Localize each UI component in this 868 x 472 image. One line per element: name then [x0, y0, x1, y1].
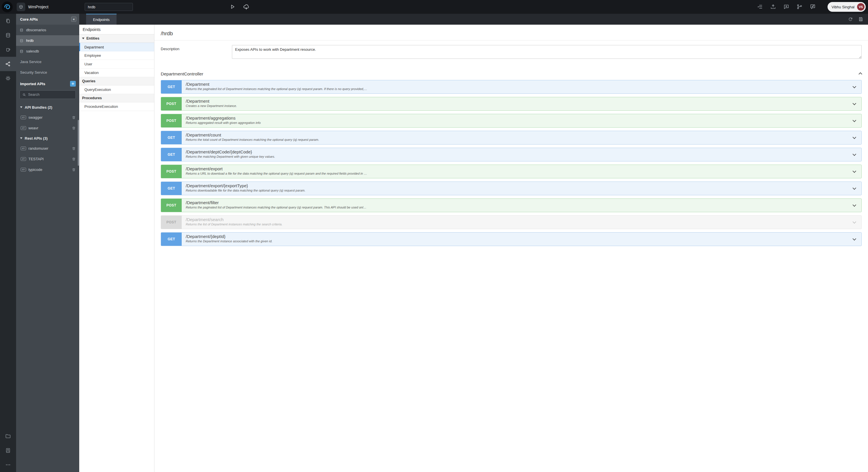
delete-button[interactable]	[72, 168, 76, 172]
method-badge: POST	[161, 199, 182, 212]
api-item-label: randomuser	[28, 146, 69, 150]
cloud-upload-icon	[243, 4, 250, 11]
trash-icon	[72, 168, 76, 172]
gear-icon	[5, 75, 11, 81]
trash-icon	[72, 146, 76, 150]
description-input[interactable]: Exposes APIs to work with Department res…	[232, 45, 450, 59]
endpoint-row-get-count[interactable]: GET /Department/count Returns the total …	[161, 131, 450, 144]
endpoint-row-post-aggregations[interactable]: POST /Department/aggregations Returns ag…	[161, 114, 450, 128]
endpoint-list: GET /Department Returns the paginated li…	[161, 80, 450, 245]
sidebar-search	[20, 90, 76, 99]
controller-header[interactable]: DepartmentController	[161, 71, 450, 76]
method-badge: GET	[161, 148, 182, 161]
api-item-label: TESTAPI	[28, 157, 69, 161]
endpoint-row-get-deptid[interactable]: GET /Department/{deptId} Returns the Dep…	[161, 232, 450, 245]
endpoint-row-post-department[interactable]: POST /Department Creates a new Departmen…	[161, 97, 450, 111]
project-icon[interactable]	[17, 3, 25, 11]
endpoint-body: /Department/aggregations Returns aggrega…	[182, 114, 450, 127]
sidebar-item-java-service[interactable]: Java Service	[16, 57, 79, 67]
rail-java-services-button[interactable]	[0, 42, 16, 57]
sidebar-search-input[interactable]	[28, 93, 73, 97]
endpoint-body: /Department/deptCode/{deptCode} Returns …	[182, 148, 450, 161]
endpoint-body: /Department/{deptId} Returns the Departm…	[182, 233, 450, 245]
description-row: Description Exposes APIs to work with De…	[161, 45, 450, 59]
api-item-label: swagger	[28, 115, 69, 120]
api-item-weavr[interactable]: API weavr	[16, 123, 79, 133]
run-button[interactable]	[229, 4, 236, 11]
tree-item-user[interactable]: User	[79, 60, 154, 69]
endpoint-path: /Department/filter	[186, 200, 450, 205]
endpoint-path: /Department/export	[186, 166, 450, 171]
top-search-input[interactable]	[85, 3, 133, 11]
tree-section-queries[interactable]: Queries	[79, 77, 154, 86]
group-api-bundles[interactable]: API Bundles (2)	[16, 102, 79, 112]
rail-pages-button[interactable]	[0, 14, 16, 28]
endpoint-row-post-filter[interactable]: POST /Department/filter Returns the pagi…	[161, 198, 450, 212]
sidebar-item-hrdb[interactable]: hrdb	[16, 35, 79, 46]
sidebar-item-label: dbscenarios	[26, 28, 46, 32]
delete-button[interactable]	[72, 146, 76, 150]
delete-button[interactable]	[72, 157, 76, 161]
chevron-down-icon	[20, 106, 22, 108]
tree-item-vacation[interactable]: Vacation	[79, 69, 154, 77]
sidebar-scrollbar[interactable]	[78, 120, 79, 166]
api-doc-icon: API	[21, 115, 26, 119]
endpoint-description: Returns the list of Department instances…	[186, 223, 450, 226]
endpoint-row-post-search-disabled[interactable]: POST /Department/search Returns the list…	[161, 215, 450, 229]
tree-panel-title: Endpoints	[79, 25, 154, 34]
endpoint-description: Returns the matching Department with giv…	[186, 155, 450, 158]
endpoint-body: /Department/search Returns the list of D…	[182, 216, 450, 229]
group-rest-apis[interactable]: Rest APIs (3)	[16, 133, 79, 143]
sidebar-item-salesdb[interactable]: salesdb	[16, 46, 79, 57]
api-item-randomuser[interactable]: API randomuser	[16, 143, 79, 154]
api-item-typicode[interactable]: API typicode	[16, 164, 79, 175]
endpoint-description: Returns the Department instance associat…	[186, 239, 450, 243]
endpoint-path: /Department/{deptId}	[186, 234, 450, 239]
endpoint-description: Returns the paginated list of Department…	[186, 87, 450, 91]
tree-item-procedureexecution[interactable]: ProcedureExecution	[79, 102, 154, 111]
database-icon	[20, 39, 24, 43]
method-badge: POST	[161, 114, 182, 127]
collapse-sidebar-button[interactable]: «	[71, 16, 76, 22]
group-title: API Bundles (2)	[25, 105, 52, 109]
app-logo[interactable]	[2, 1, 12, 12]
endpoint-row-post-export[interactable]: POST /Department/export Returns a URL to…	[161, 165, 450, 178]
delete-button[interactable]	[72, 126, 76, 130]
endpoint-path: /Department/search	[186, 217, 450, 222]
rail-settings-button[interactable]	[0, 71, 16, 86]
deploy-button[interactable]	[243, 4, 250, 11]
description-label: Description	[161, 47, 232, 59]
sidebar-header-title: Core APIs	[20, 17, 38, 22]
api-item-testapi[interactable]: API TESTAPI	[16, 154, 79, 164]
tree-item-department[interactable]: Department	[79, 43, 154, 51]
tab-endpoints[interactable]: Endpoints	[86, 14, 117, 25]
endpoint-row-get-department[interactable]: GET /Department Returns the paginated li…	[161, 80, 450, 94]
imported-apis-title: Imported APIs	[20, 82, 45, 86]
page-title: /hrdb	[161, 30, 450, 37]
run-actions	[229, 4, 250, 11]
main-header: /hrdb	[154, 25, 450, 40]
endpoint-path: /Department/deptCode/{deptCode}	[186, 149, 450, 154]
endpoint-row-get-deptcode[interactable]: GET /Department/deptCode/{deptCode} Retu…	[161, 148, 450, 162]
endpoint-row-get-exporttype[interactable]: GET /Department/export/{exportType} Retu…	[161, 181, 450, 195]
tree-item-queryexecution[interactable]: QueryExecution	[79, 86, 154, 94]
project-name: WmProject	[28, 5, 49, 9]
rail-apis-button[interactable]	[0, 57, 16, 71]
rail-spacer	[0, 86, 16, 245]
sidebar-item-label: Java Service	[20, 60, 41, 64]
api-item-swagger[interactable]: API swagger	[16, 112, 79, 123]
endpoint-body: /Department/filter Returns the paginated…	[182, 199, 450, 212]
api-item-label: weavr	[28, 126, 69, 130]
method-badge: GET	[161, 80, 182, 94]
rail-databases-button[interactable]	[0, 28, 16, 42]
chevron-down-icon	[82, 38, 84, 39]
api-doc-icon: API	[21, 157, 26, 161]
tree-section-procedures[interactable]: Procedures	[79, 94, 154, 102]
add-api-button[interactable]: +	[70, 81, 76, 87]
sidebar-item-dbscenarios[interactable]: dbscenarios	[16, 25, 79, 35]
delete-button[interactable]	[72, 115, 76, 120]
tree-item-employee[interactable]: Employee	[79, 51, 154, 60]
tree-section-entities[interactable]: Entities	[79, 34, 154, 43]
endpoint-path: /Department/aggregations	[186, 115, 450, 121]
sidebar-item-security-service[interactable]: Security Service	[16, 67, 79, 78]
